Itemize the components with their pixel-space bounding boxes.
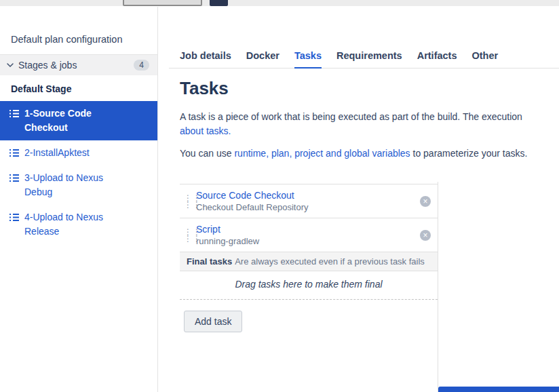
task-subtitle: Checkout Default Repository — [196, 202, 308, 212]
about-tasks-link[interactable]: about tasks. — [180, 125, 231, 136]
final-tasks-label: Final tasks — [187, 256, 232, 267]
job-label: 1-Source Code Checkout — [24, 106, 114, 135]
remove-task-icon[interactable]: × — [420, 196, 431, 207]
cropped-bottom-blue-panel — [438, 387, 559, 392]
job-configuration-main: Job details Docker Tasks Requirements Ar… — [158, 7, 559, 392]
tab-docker[interactable]: Docker — [246, 50, 280, 68]
variables-link[interactable]: runtime, plan, project and global variab… — [234, 148, 410, 159]
job-label: 2-InstallApktest — [24, 146, 90, 160]
cropped-header-button[interactable] — [123, 0, 202, 6]
sidebar-job-upload-nexus-release[interactable]: 4-Upload to Nexus Release — [0, 205, 157, 244]
final-tasks-header: Final tasksAre always executed even if a… — [180, 252, 438, 271]
task-list-panel: ⋮⋮⋮⋮ Source Code Checkout Checkout Defau… — [180, 184, 438, 300]
remove-task-icon[interactable]: × — [420, 230, 431, 241]
task-row[interactable]: ⋮⋮⋮⋮ Script running-gradlew × — [180, 218, 438, 252]
tab-tasks[interactable]: Tasks — [294, 50, 322, 68]
job-list-icon — [9, 213, 19, 222]
stage-name-heading: Default Stage — [0, 75, 157, 98]
chevron-down-icon — [7, 63, 14, 68]
drag-handle-icon[interactable]: ⋮⋮⋮⋮ — [184, 229, 196, 242]
page-body: Default plan configuration Stages & jobs… — [0, 7, 559, 392]
sidebar-job-installapktest[interactable]: 2-InstallApktest — [0, 140, 157, 165]
cropped-header-dark-button[interactable] — [210, 0, 228, 6]
task-row[interactable]: ⋮⋮⋮⋮ Source Code Checkout Checkout Defau… — [180, 184, 438, 218]
page-title: Tasks — [180, 78, 559, 99]
sidebar-job-upload-nexus-debug[interactable]: 3-Upload to Nexus Debug — [0, 165, 157, 205]
final-tasks-drop-zone[interactable]: Drag tasks here to make them final — [180, 271, 438, 300]
sidebar-section-stages-and-jobs[interactable]: Stages & jobs 4 — [0, 55, 157, 75]
tab-other[interactable]: Other — [472, 50, 499, 68]
tab-requirements[interactable]: Requirements — [336, 50, 402, 68]
sidebar-title-default-plan-configuration[interactable]: Default plan configuration — [0, 7, 157, 55]
stages-count-badge: 4 — [134, 60, 149, 71]
stages-and-jobs-label: Stages & jobs — [18, 60, 77, 71]
plan-config-sidebar: Default plan configuration Stages & jobs… — [0, 7, 158, 392]
variables-paragraph: You can use runtime, plan, project and g… — [180, 146, 559, 161]
job-list-icon — [9, 149, 19, 157]
job-label: 4-Upload to Nexus Release — [24, 210, 114, 239]
tasks-intro-paragraph: A task is a piece of work that is being … — [180, 110, 559, 138]
job-list: 1-Source Code Checkout 2-InstallApktest … — [0, 101, 157, 244]
job-list-icon — [9, 174, 19, 182]
task-title-link[interactable]: Script — [196, 224, 259, 235]
tab-job-details[interactable]: Job details — [180, 50, 231, 68]
final-tasks-description: Are always executed even if a previous t… — [235, 256, 425, 267]
variables-text-prefix: You can use — [180, 148, 234, 159]
add-task-button[interactable]: Add task — [184, 311, 242, 332]
job-label: 3-Upload to Nexus Debug — [24, 171, 114, 199]
cropped-header-bar — [0, 0, 559, 7]
job-config-tabs: Job details Docker Tasks Requirements Ar… — [169, 50, 559, 68]
variables-text-suffix: to parameterize your tasks. — [410, 148, 528, 159]
task-subtitle: running-gradlew — [196, 236, 259, 246]
tab-artifacts[interactable]: Artifacts — [417, 50, 457, 68]
sidebar-job-source-code-checkout[interactable]: 1-Source Code Checkout — [0, 101, 157, 140]
intro-text: A task is a piece of work that is being … — [180, 110, 559, 124]
task-title-link[interactable]: Source Code Checkout — [196, 190, 308, 201]
panel-vertical-divider — [438, 182, 438, 392]
job-list-icon — [9, 109, 19, 118]
drag-handle-icon[interactable]: ⋮⋮⋮⋮ — [184, 195, 196, 208]
